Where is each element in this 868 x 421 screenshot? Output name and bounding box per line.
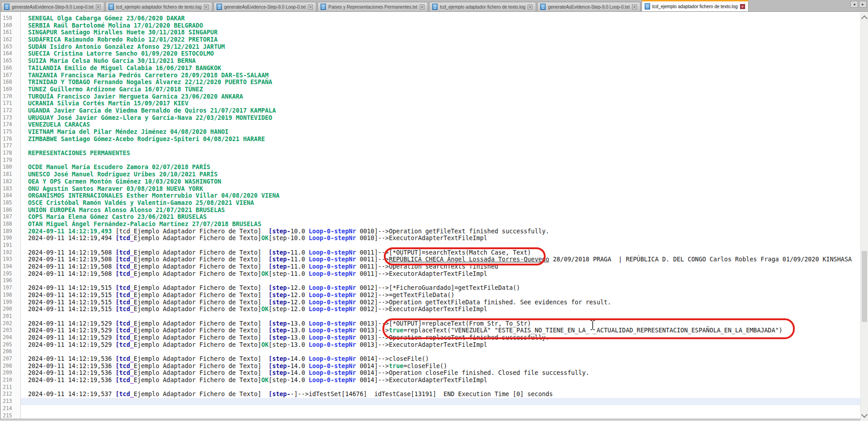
tab-2[interactable]: tcd_ejemplo adaptador fichero de texto.l… — [105, 2, 212, 11]
code-area[interactable]: SENEGAL Olga Cabarga Gómez 23/06/2020 DA… — [21, 12, 860, 421]
code-line[interactable]: SUECIA Cristina Latorre Sancho 01/09/202… — [21, 50, 860, 57]
code-line[interactable]: 2024-09-11 14:12:19,536 [tcd_Ejemplo Ada… — [21, 363, 860, 370]
code-line[interactable]: UNIÓN EUROPEA Marcos Alonso Alonso 21/07… — [21, 207, 860, 214]
tab-close-icon[interactable]: ✕ — [96, 5, 101, 9]
code-line[interactable]: TRINIDAD Y TOBAGO Fernando Nogales Álvar… — [21, 79, 860, 86]
code-segment: _ — [130, 377, 134, 383]
code-segment: SERBIA Raúl Bartolomé Molina 17/01/2020 … — [28, 22, 203, 29]
code-line[interactable] — [21, 405, 860, 412]
code-line[interactable]: OEA Y OPS Carmen Montón Giménez 10/03/20… — [21, 178, 860, 185]
code-line[interactable]: SUDÁFRICA Raimundo Robredo Rubio 12/01/2… — [21, 36, 860, 43]
code-segment: Ejemplo Adaptador Fichero de Texto] — [134, 320, 269, 327]
code-line[interactable]: SENEGAL Olga Cabarga Gómez 23/06/2020 DA… — [21, 15, 860, 22]
code-line[interactable] — [21, 384, 860, 391]
code-segment: UCRANIA Silvia Cortés Martín 15/09/2017 … — [28, 100, 189, 107]
code-segment: OK — [261, 235, 269, 241]
code-line[interactable]: 2024-09-11 14:12:19,494 [tcd_Ejemplo Ada… — [21, 235, 860, 242]
code-segment: Ejemplo Adaptador Fichero de Texto] — [134, 256, 269, 263]
editor-area[interactable]: 1591601611621631641651661671681691701711… — [0, 12, 868, 421]
code-line[interactable]: OTAN Miguel Ángel Fernández-Palacio Mart… — [21, 221, 860, 228]
code-line[interactable]: VIETNAM María del Pilar Méndez Jiménez 0… — [21, 128, 860, 136]
tab-close-icon[interactable]: ✕ — [632, 5, 637, 9]
code-segment: Loop-0-stepNr — [309, 327, 356, 334]
code-line[interactable] — [21, 142, 860, 150]
code-line[interactable]: 2024-09-11 14:12:19,515 [tcd_Ejemplo Ada… — [21, 299, 860, 306]
code-segment: Ejemplo Adaptador Fichero de Texto] — [134, 355, 269, 362]
tab-scroll-right-button[interactable]: ► — [859, 1, 867, 8]
tab-close-icon[interactable]: ✕ — [528, 5, 533, 9]
code-line[interactable]: 2024-09-11 14:12:19,529 [tcd_Ejemplo Ada… — [21, 334, 860, 341]
code-segment: [step-12.0 — [269, 306, 309, 312]
code-segment: Loop-0-stepNr — [309, 270, 356, 277]
code-line[interactable]: 2024-09-11 14:12:19,536 [tcd_Ejemplo Ada… — [21, 369, 860, 377]
code-line[interactable]: ZIMBABWE Santiago Gómez-Acebo Rodríguez-… — [21, 136, 860, 143]
tab-7-active[interactable]: tcd_ejemplo adaptador fichero de texto.l… — [642, 0, 749, 11]
code-line[interactable]: 2024-09-11 14:12:19,515 [tcd_Ejemplo Ada… — [21, 306, 860, 313]
code-line[interactable]: 2024-09-11 14:12:19,508 [tcd_Ejemplo Ada… — [21, 249, 860, 256]
code-line[interactable]: UGANDA Javier García de Viedma Bernaldo … — [21, 107, 860, 114]
code-line[interactable] — [21, 242, 860, 249]
code-segment: 14.0 — [290, 369, 308, 376]
code-line[interactable]: 2024-09-11 14:12:19,529 [tcd_Ejemplo Ada… — [21, 327, 860, 334]
code-line[interactable] — [21, 313, 860, 320]
code-line[interactable]: COPS María Elena Gómez Castro 23/06/2021… — [21, 213, 860, 221]
code-line[interactable]: SERBIA Raúl Bartolomé Molina 17/01/2020 … — [21, 22, 860, 29]
code-line[interactable] — [21, 277, 860, 284]
code-line[interactable]: 2024-09-11 14:12:19,529 [tcd_Ejemplo Ada… — [21, 341, 860, 349]
code-line[interactable]: SUDÁN Isidro Antonio González Afonso 29/… — [21, 43, 860, 51]
code-line[interactable]: 2024-09-11 14:12:19,508 [tcd_Ejemplo Ada… — [21, 256, 860, 263]
code-line[interactable]: 2024-09-11 14:12:19,515 [tcd_Ejemplo Ada… — [21, 284, 860, 292]
tab-3[interactable]: generateAsEvidence-Step-9.0 Loop-0.txt✕ — [213, 2, 317, 11]
code-line[interactable]: 2024-09-11 14:12:19,508 [tcd_Ejemplo Ada… — [21, 263, 860, 270]
tab-close-icon[interactable]: ✕ — [420, 5, 425, 9]
code-line[interactable]: ORGANISMOS INTERNACIONALES Esther Monter… — [21, 192, 860, 199]
code-segment: 0011]-->Operation searchTexts finished — [356, 263, 498, 270]
tab-4[interactable]: Paises y Representaciones Permanentes.tx… — [317, 2, 428, 11]
code-line[interactable]: ONU Agustín Santos Maraver 03/08/2018 NU… — [21, 185, 860, 193]
tab-1[interactable]: generateAsEvidence-Step-9.0 Loop-0.txt✕ — [1, 2, 104, 11]
code-line[interactable]: 2024-09-11 14:12:19,536 [tcd_Ejemplo Ada… — [21, 355, 860, 363]
code-line[interactable]: TANZANIA Francisca María Pedrós Carreter… — [21, 72, 860, 79]
code-segment: _ — [130, 334, 134, 341]
code-line[interactable]: TURQUÍA Francisco Javier Hergueta Garnic… — [21, 93, 860, 100]
tab-close-icon[interactable]: ✕ — [308, 5, 313, 9]
code-line[interactable]: OCDE Manuel María Escudero Zamora 02/07/… — [21, 164, 860, 171]
code-line[interactable]: 2024-09-11 14:12:19,508 [tcd_Ejemplo Ada… — [21, 270, 860, 278]
code-line[interactable]: 2024-09-11 14:12:19,515 [tcd_Ejemplo Ada… — [21, 292, 860, 299]
code-line[interactable]: TÚNEZ Guillermo Ardizone García 16/07/20… — [21, 86, 860, 93]
code-line[interactable]: TAILANDIA Emilio de Miguel Calabia 16/06… — [21, 65, 860, 72]
code-line[interactable]: UCRANIA Silvia Cortés Martín 15/09/2017 … — [21, 100, 860, 107]
code-line[interactable]: VENEZUELA CARACAS — [21, 121, 860, 128]
scroll-down-icon[interactable] — [861, 412, 868, 418]
line-number: 184 — [0, 192, 20, 199]
scrollbar-thumb[interactable] — [862, 251, 867, 322]
code-line[interactable]: REPRESENTACIONES PERMANENTES — [21, 150, 860, 157]
code-line[interactable]: SINGAPUR Santiago Miralles Huete 30/11/2… — [21, 29, 860, 36]
line-number: 214 — [0, 405, 20, 412]
code-line[interactable]: URUGUAY José Javier Gómez-Llera y García… — [21, 114, 860, 122]
tab-5[interactable]: tcd_ejemplo adaptador fichero de texto.l… — [429, 2, 536, 11]
tab-scroll-left-button[interactable]: ◄ — [850, 1, 858, 8]
code-segment: [step- — [269, 327, 290, 334]
code-line[interactable] — [21, 157, 860, 164]
code-line[interactable]: 2024-09-11 14:12:19,493 [tcd_Ejemplo Ada… — [21, 228, 860, 235]
code-segment: 2024-09-11 14:12:19,515 — [28, 299, 115, 306]
vertical-scrollbar[interactable] — [860, 12, 868, 421]
tab-6[interactable]: generateAsEvidence-Step-9.0 Loop-0.txt✕ — [537, 2, 641, 11]
code-line[interactable]: UNESCO José Manuel Rodríguez Uribes 20/1… — [21, 171, 860, 178]
code-line[interactable]: 2024-09-11 14:12:19,529 [tcd_Ejemplo Ada… — [21, 320, 860, 327]
tab-close-icon[interactable]: ✕ — [204, 5, 209, 9]
tab-close-icon[interactable]: ✕ — [740, 4, 745, 9]
code-line[interactable]: 2024-09-11 14:12:19,536 [tcd_Ejemplo Ada… — [21, 377, 860, 384]
code-line[interactable] — [21, 348, 860, 355]
scroll-up-icon[interactable] — [861, 15, 868, 22]
code-line[interactable]: SUIZA María Celsa Nuño García 30/11/2021… — [21, 57, 860, 65]
code-segment: OEA Y OPS Carmen Montón Giménez 10/03/20… — [28, 178, 221, 185]
code-line[interactable] — [21, 412, 860, 420]
left-arrow-icon: ◄ — [853, 3, 856, 6]
code-line-caret[interactable] — [21, 398, 860, 405]
code-line[interactable]: OSCE Cristóbal Ramón Valdés y Valentín-G… — [21, 199, 860, 207]
code-segment: =closeFile() — [403, 363, 447, 369]
code-segment: [step- — [269, 299, 290, 306]
code-line[interactable]: 2024-09-11 14:12:19,537 [tcd_Ejemplo Ada… — [21, 391, 860, 398]
